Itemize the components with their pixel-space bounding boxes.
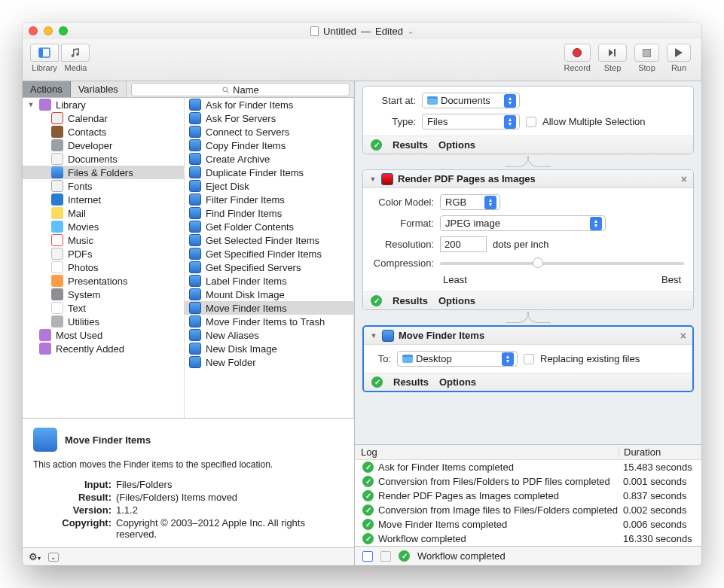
library-category-photos[interactable]: Photos (23, 260, 184, 274)
workflow-area[interactable]: Start at: Documents▲▼ Type: Files▲▼ Allo… (355, 81, 701, 444)
options-button[interactable]: Options (439, 376, 476, 388)
record-button[interactable] (564, 44, 591, 62)
action-item[interactable]: Create Archive (185, 152, 353, 166)
finder-icon (189, 153, 201, 165)
tab-variables[interactable]: Variables (71, 81, 127, 97)
step-button[interactable] (598, 44, 627, 62)
compression-slider[interactable] (440, 262, 684, 265)
action-item[interactable]: Copy Finder Items (185, 139, 353, 152)
format-popup[interactable]: JPEG image▲▼ (440, 215, 606, 231)
action-item[interactable]: Find Finder Items (185, 206, 353, 220)
svg-point-3 (223, 87, 228, 92)
disclosure-triangle-icon[interactable]: ▼ (27, 101, 35, 108)
finder-icon (189, 288, 201, 300)
action-item[interactable]: Move Finder Items to Trash (185, 315, 353, 328)
action-item[interactable]: Get Specified Finder Items (185, 247, 353, 260)
library-category-internet[interactable]: Internet (23, 193, 184, 206)
close-action-button[interactable]: × (681, 173, 687, 185)
type-popup[interactable]: Files▲▼ (422, 114, 520, 129)
layout-flow-icon[interactable] (380, 551, 391, 562)
tab-actions[interactable]: Actions (23, 81, 71, 97)
library-recently-added[interactable]: Recently Added (23, 342, 184, 355)
log-row[interactable]: ✓Ask for Finder Items completed15.483 se… (355, 460, 701, 474)
library-category-system[interactable]: System (23, 288, 184, 301)
library-most-used[interactable]: Most Used (23, 328, 184, 342)
start-at-popup[interactable]: Documents▲▼ (422, 93, 520, 108)
action-item[interactable]: Move Finder Items (185, 301, 353, 315)
finder-icon (189, 234, 201, 246)
color-model-popup[interactable]: RGB▲▼ (440, 194, 500, 210)
disclosure-triangle-icon[interactable]: ▼ (369, 175, 377, 183)
category-icon (51, 234, 63, 246)
resolution-field[interactable]: 200 (440, 236, 487, 252)
replacing-checkbox[interactable] (524, 354, 534, 364)
popup-arrows-icon: ▲▼ (504, 94, 516, 108)
log-row[interactable]: ✓Move Finder Items completed0.006 second… (355, 517, 701, 532)
library-category-text[interactable]: Text (23, 301, 184, 315)
action-item[interactable]: Ask For Servers (185, 111, 353, 125)
options-button[interactable]: Options (438, 139, 475, 151)
check-icon: ✓ (362, 533, 374, 544)
action-item[interactable]: Connect to Servers (185, 125, 353, 139)
library-category-music[interactable]: Music (23, 233, 184, 247)
folder-icon (402, 355, 413, 363)
search-input[interactable]: Name (131, 83, 350, 96)
allow-multiple-checkbox[interactable] (526, 117, 536, 127)
library-category-developer[interactable]: Developer (23, 139, 184, 152)
finder-icon (189, 248, 201, 260)
chevron-down-icon[interactable]: ⌄ (408, 27, 414, 35)
step-label: Step (598, 63, 627, 72)
action-item[interactable]: Get Selected Finder Items (185, 233, 353, 247)
log-row[interactable]: ✓Conversion from Image files to Files/Fo… (355, 503, 701, 517)
library-category-mail[interactable]: Mail (23, 206, 184, 220)
library-root[interactable]: ▼ Library (23, 98, 184, 111)
record-label: Record (564, 63, 591, 72)
library-column[interactable]: ▼ Library CalendarContactsDeveloperDocum… (23, 98, 185, 418)
results-button[interactable]: Results (393, 139, 428, 151)
action-info-panel: Move Finder Items This action moves the … (23, 419, 354, 547)
log-row[interactable]: ✓Workflow completed16.330 seconds (355, 532, 701, 546)
action-item[interactable]: Get Specified Servers (185, 260, 353, 274)
library-category-calendar[interactable]: Calendar (23, 111, 184, 125)
gear-icon[interactable]: ⚙︎▾ (29, 551, 41, 562)
connector-icon (506, 156, 551, 166)
expand-icon[interactable]: ⌄ (48, 553, 59, 562)
library-category-contacts[interactable]: Contacts (23, 125, 184, 139)
library-category-presentations[interactable]: Presentations (23, 274, 184, 288)
action-move-finder-items[interactable]: ▼Move Finder Items× To: Desktop▲▼ Replac… (362, 325, 694, 392)
library-category-movies[interactable]: Movies (23, 220, 184, 233)
layout-list-icon[interactable] (362, 551, 373, 562)
library-toggle-button[interactable] (30, 44, 59, 62)
action-item[interactable]: Duplicate Finder Items (185, 166, 353, 179)
close-action-button[interactable]: × (680, 330, 686, 342)
action-item[interactable]: Eject Disk (185, 179, 353, 193)
run-button[interactable] (667, 44, 691, 62)
popup-arrows-icon: ▲▼ (502, 352, 514, 366)
actions-column[interactable]: Ask for Finder ItemsAsk For ServersConne… (185, 98, 354, 418)
action-item[interactable]: New Folder (185, 355, 353, 369)
options-button[interactable]: Options (438, 295, 475, 306)
action-item[interactable]: Mount Disk Image (185, 288, 353, 301)
library-category-files-folders[interactable]: Files & Folders (23, 166, 184, 179)
media-icon (69, 47, 81, 59)
log-row[interactable]: ✓Conversion from Files/Folders to PDF fi… (355, 474, 701, 489)
results-button[interactable]: Results (393, 376, 429, 388)
library-category-documents[interactable]: Documents (23, 152, 184, 166)
log-header-log[interactable]: Log (355, 446, 619, 458)
results-button[interactable]: Results (393, 295, 428, 306)
action-item[interactable]: Get Folder Contents (185, 220, 353, 233)
action-item[interactable]: New Disk Image (185, 342, 353, 355)
disclosure-triangle-icon[interactable]: ▼ (370, 332, 377, 340)
action-item[interactable]: New Aliases (185, 328, 353, 342)
library-category-pdfs[interactable]: PDFs (23, 247, 184, 260)
action-item[interactable]: Filter Finder Items (185, 193, 353, 206)
log-header-duration[interactable]: Duration (619, 446, 701, 458)
stop-button[interactable] (634, 44, 659, 62)
to-folder-popup[interactable]: Desktop▲▼ (397, 351, 518, 367)
library-category-utilities[interactable]: Utilities (23, 315, 184, 328)
library-category-fonts[interactable]: Fonts (23, 179, 184, 193)
media-toggle-button[interactable] (61, 44, 90, 62)
log-row[interactable]: ✓Render PDF Pages as Images completed0.8… (355, 489, 701, 503)
action-item[interactable]: Ask for Finder Items (185, 98, 353, 111)
action-item[interactable]: Label Finder Items (185, 274, 353, 288)
